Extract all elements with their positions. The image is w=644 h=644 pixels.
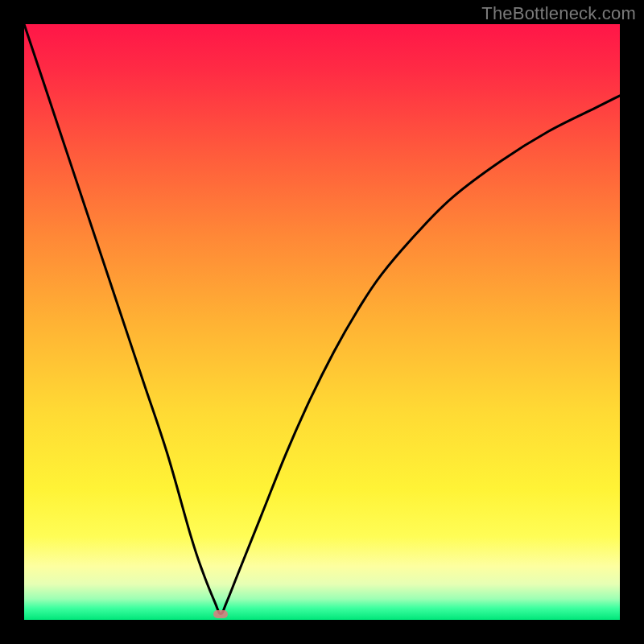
bottleneck-curve-path bbox=[24, 24, 620, 614]
chart-frame: TheBottleneck.com bbox=[0, 0, 644, 644]
min-marker bbox=[213, 610, 228, 618]
watermark-text: TheBottleneck.com bbox=[481, 3, 636, 24]
curve-svg bbox=[24, 24, 620, 620]
plot-area bbox=[24, 24, 620, 620]
